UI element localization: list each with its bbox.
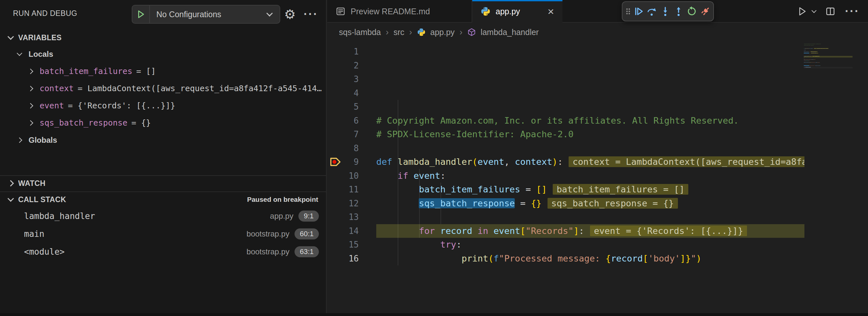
code-token: lambda_handler <box>398 157 472 167</box>
chevron-right-icon <box>28 86 33 91</box>
code-token: "batchItemFailures" <box>809 65 814 66</box>
line-number[interactable]: 3 <box>327 72 359 86</box>
code-line <box>376 141 804 155</box>
locals-group[interactable]: Locals <box>0 45 326 63</box>
line-number[interactable]: 14 <box>327 224 359 238</box>
more-actions-icon[interactable]: ··· <box>845 5 860 17</box>
code-token: : <box>552 267 557 268</box>
globals-group[interactable]: Globals <box>0 131 326 149</box>
debug-config-label: No Configurations <box>150 10 267 19</box>
line-number[interactable]: 1 <box>327 45 359 59</box>
line-number[interactable]: 13 <box>327 210 359 224</box>
line-number[interactable]: 11 <box>327 183 359 197</box>
run-python-file-icon[interactable] <box>797 6 807 16</box>
code-token: if <box>398 171 408 181</box>
line-number[interactable]: 10 <box>327 169 359 183</box>
code-token: # SPDX-License-Identifier: Apache-2.0 <box>804 45 814 46</box>
line-number[interactable]: 5 <box>327 100 359 114</box>
breadcrumb-folder[interactable]: src <box>394 28 404 37</box>
variable-row[interactable]: sqs_batch_response = {} <box>0 114 326 131</box>
chevron-down-icon <box>17 50 22 56</box>
breadcrumb-folder[interactable]: sqs-lambda <box>339 28 381 37</box>
run-options-chevron-icon[interactable] <box>812 8 817 13</box>
code-token: ) <box>696 253 701 263</box>
chevron-right-icon <box>28 120 33 126</box>
tab-preview-readme[interactable]: Preview README.md <box>327 0 472 23</box>
variables-section-label: VARIABLES <box>18 33 62 42</box>
variable-row[interactable]: context = LambdaContext([aws_request_id=… <box>0 80 326 97</box>
code-token <box>488 226 493 236</box>
variable-row[interactable]: event = {'Records': [{...}]} <box>0 97 326 114</box>
editor-gutter[interactable]: 12345678910111213141516 <box>327 41 376 316</box>
code-editor[interactable]: 12345678910111213141516 # Copyright Amaz… <box>327 41 868 316</box>
code-token: = <box>515 198 531 208</box>
debug-continue-icon[interactable] <box>633 6 644 17</box>
start-debug-icon[interactable] <box>132 5 150 23</box>
line-number[interactable]: 16 <box>327 252 359 266</box>
variable-row[interactable]: batch_item_failures = [] <box>0 63 326 80</box>
code-lines: # Copyright Amazon.com, Inc. or its affi… <box>376 45 804 268</box>
debug-step-out-icon[interactable] <box>673 6 684 17</box>
call-stack-frame[interactable]: lambda_handler app.py 9:1 <box>0 207 326 225</box>
breadcrumb: sqs-lambda › src › app.py › lambda_handl… <box>327 23 868 41</box>
debug-config-dropdown[interactable]: No Configurations <box>132 5 280 24</box>
code-token <box>525 267 531 268</box>
line-number[interactable]: 8 <box>327 141 359 155</box>
run-and-debug-sidebar: RUN AND DEBUG No Configurations ⚙ ··· VA… <box>0 0 327 316</box>
locals-label: Locals <box>29 50 53 59</box>
code-token: def <box>376 157 392 167</box>
more-actions-icon[interactable]: ··· <box>304 8 318 20</box>
breakpoint-paused-icon[interactable] <box>329 156 342 167</box>
call-stack-frame[interactable]: <module> bootstrap.py 63:1 <box>0 243 326 260</box>
frame-line-badge: 9:1 <box>299 211 319 222</box>
line-number[interactable]: 15 <box>327 238 359 252</box>
debug-step-into-icon[interactable] <box>660 6 671 17</box>
code-line: print(f"Processed message: {record['body… <box>376 252 804 266</box>
variables-section-header[interactable]: VARIABLES <box>0 30 326 45</box>
close-icon[interactable]: × <box>548 6 554 17</box>
call-stack-section-header[interactable]: CALL STACK Paused on breakpoint <box>0 191 326 207</box>
code-token: sqs_batch_response <box>804 53 809 54</box>
code-token: "itemIdentifier" <box>811 62 815 63</box>
python-icon <box>417 28 426 36</box>
code-line: # SPDX-License-Identifier: Apache-2.0 <box>376 127 804 141</box>
tab-app-py[interactable]: app.py × <box>472 0 562 23</box>
chevron-right-icon <box>28 68 33 74</box>
line-number[interactable]: 12 <box>327 197 359 211</box>
line-number[interactable]: 4 <box>327 86 359 100</box>
frame-file: bootstrap.py <box>247 229 289 239</box>
debug-step-over-icon[interactable] <box>647 6 657 17</box>
paused-status: Paused on breakpoint <box>247 196 318 203</box>
debug-restart-icon[interactable] <box>687 6 697 17</box>
frame-line-badge: 60:1 <box>294 228 319 240</box>
code-token: } <box>685 253 690 263</box>
gear-icon[interactable]: ⚙ <box>284 5 296 23</box>
inline-debug-value: batch_item_failures = [] <box>811 51 817 52</box>
code-token <box>408 171 413 181</box>
code-token: : <box>558 157 563 167</box>
code-token: batch_item_failures <box>804 62 809 63</box>
line-number[interactable]: 6 <box>327 114 359 128</box>
code-line: return sqs_batch_response <box>804 67 852 68</box>
code-token: = <box>520 184 536 194</box>
code-token <box>392 157 397 167</box>
line-number[interactable]: 7 <box>327 127 359 141</box>
code-token: Exception <box>477 267 525 268</box>
watch-section-header[interactable]: WATCH <box>0 175 326 191</box>
code-token: except <box>440 267 472 268</box>
chevron-right-icon <box>7 180 14 187</box>
breadcrumb-symbol[interactable]: lambda_handler <box>481 28 539 37</box>
code-token: e <box>547 267 552 268</box>
code-token: event <box>413 171 440 181</box>
code-token: record <box>611 253 643 263</box>
toolbar-drag-handle[interactable] <box>625 6 630 17</box>
breadcrumb-file[interactable]: app.py <box>430 28 455 37</box>
code-token: : <box>456 240 462 250</box>
code-token: batch_item_failures <box>419 184 520 194</box>
line-number[interactable]: 2 <box>327 59 359 73</box>
split-editor-icon[interactable] <box>826 6 835 16</box>
inline-debug-value: event = {'Records': [{...}]} <box>812 56 820 57</box>
call-stack-frame[interactable]: main bootstrap.py 60:1 <box>0 225 326 243</box>
debug-disconnect-icon[interactable] <box>700 6 710 17</box>
minimap[interactable]: # Copyright Amazon.com, Inc. or its affi… <box>804 41 868 216</box>
